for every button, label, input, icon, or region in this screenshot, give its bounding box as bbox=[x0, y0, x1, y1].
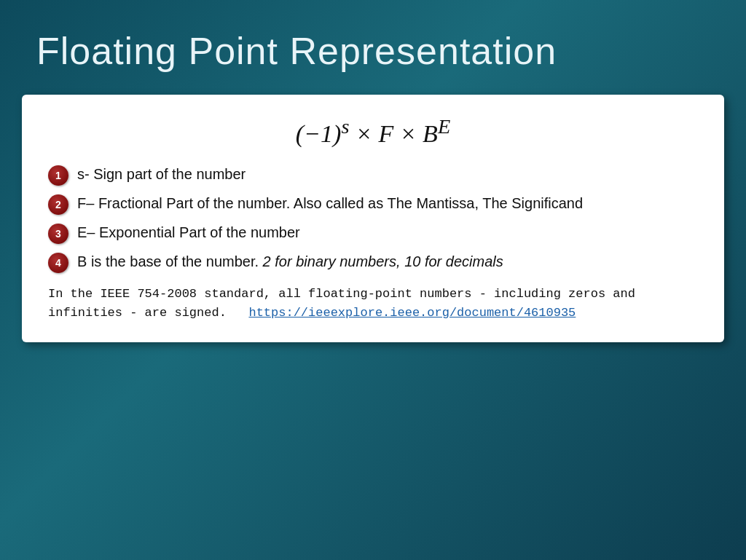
bullet-item-3: 3 E– Exponential Part of the number bbox=[48, 222, 698, 244]
bullet-num-2: 2 bbox=[48, 194, 68, 215]
bullet-text-1: s- Sign part of the number bbox=[77, 164, 698, 184]
slide-title: Floating Point Representation bbox=[0, 0, 593, 95]
bullet-item-1: 1 s- Sign part of the number bbox=[48, 164, 698, 186]
ieee-note: In the IEEE 754-2008 standard, all float… bbox=[48, 285, 698, 322]
formula-display: (−1)s × F × BE bbox=[48, 115, 698, 148]
bullet-text-4: B is the base of the number. 2 for binar… bbox=[77, 251, 698, 272]
bullet-item-4: 4 B is the base of the number. 2 for bin… bbox=[48, 251, 698, 273]
content-box: (−1)s × F × BE 1 s- Sign part of the num… bbox=[22, 95, 724, 342]
italic-part: 2 for binary numbers, 10 for decimals bbox=[263, 253, 503, 269]
bullet-text-2: F– Fractional Part of the number. Also c… bbox=[77, 193, 698, 213]
bullet-list: 1 s- Sign part of the number 2 F– Fracti… bbox=[48, 164, 698, 273]
bullet-item-2: 2 F– Fractional Part of the number. Also… bbox=[48, 193, 698, 215]
bullet-num-1: 1 bbox=[48, 165, 68, 186]
bullet-text-3: E– Exponential Part of the number bbox=[77, 222, 698, 242]
ieee-link[interactable]: https://ieeexplore.ieee.org/document/461… bbox=[248, 306, 576, 320]
bullet-num-3: 3 bbox=[48, 224, 68, 244]
bullet-num-4: 4 bbox=[48, 253, 68, 273]
